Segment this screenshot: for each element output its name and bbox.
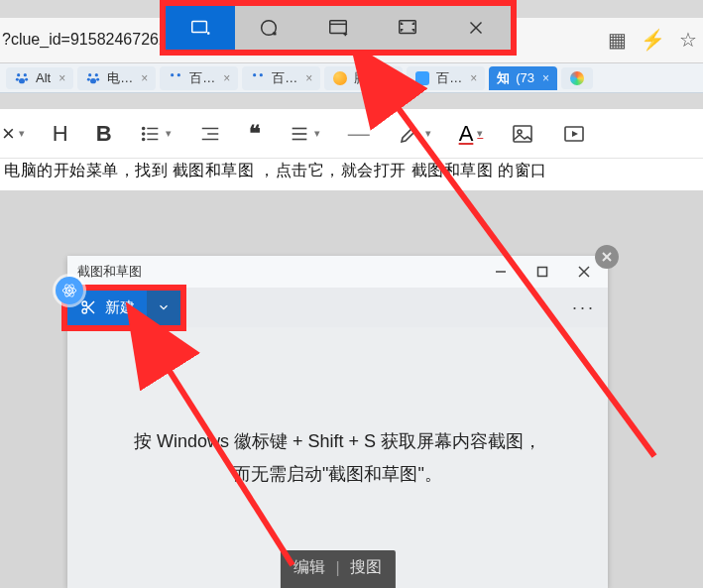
rectangle-snip-button[interactable]	[166, 6, 235, 50]
tab-close-icon[interactable]: ×	[223, 71, 230, 85]
tab-close-icon[interactable]: ×	[305, 71, 312, 85]
clear-format-button[interactable]: ×▾	[2, 121, 25, 147]
svg-point-25	[253, 73, 256, 76]
divider-button[interactable]: —	[348, 121, 370, 147]
maximize-button[interactable]	[523, 258, 562, 286]
tab-item[interactable]: 百… ×	[160, 66, 238, 90]
more-options-button[interactable]: ···	[572, 297, 596, 318]
tab-item[interactable]	[561, 67, 593, 89]
indent-button[interactable]	[199, 123, 221, 145]
new-snip-split-button[interactable]: 新建	[67, 291, 180, 325]
tab-item[interactable]: 电… ×	[77, 66, 156, 90]
tab-close-icon[interactable]: ×	[59, 71, 65, 85]
tab-item[interactable]: 知 (73 ×	[489, 66, 557, 90]
svg-point-24	[177, 73, 180, 76]
tip-text: 按 Windows 徽标键 + Shift + S 获取屏幕内容截图， 而无需启…	[134, 425, 541, 490]
tip-line-2: 而无需启动"截图和草图"。	[233, 464, 442, 484]
browser-extensions-area: ▦ ⚡ ☆	[608, 28, 697, 52]
window-title-bar[interactable]: 截图和草图	[67, 256, 608, 288]
url-fragment-text: ?clue_id=91582467262	[2, 31, 168, 49]
new-snip-label: 新建	[105, 298, 135, 317]
baidu-paw-icon	[85, 70, 101, 86]
list-button[interactable]: ▾	[140, 123, 172, 145]
svg-point-31	[142, 138, 144, 140]
tab-item[interactable]: 百… ×	[242, 66, 320, 90]
window-control-buttons	[481, 258, 604, 286]
svg-point-21	[96, 77, 99, 80]
text-color-button[interactable]: A▾	[459, 121, 484, 147]
tab-item[interactable]: 腾… ×	[324, 66, 403, 90]
tab-close-icon[interactable]: ×	[388, 71, 395, 85]
tab-label: 电…	[107, 69, 133, 87]
overlay-close-icon[interactable]	[595, 245, 619, 269]
baidu-paw-icon	[250, 70, 266, 86]
svg-point-16	[25, 77, 28, 80]
browser-tab-strip: Alt × 电… × 百… × 百… × 腾… × 百… × 知 (73 ×	[0, 63, 703, 93]
fullscreen-snip-button[interactable]	[373, 6, 442, 50]
svg-point-17	[19, 78, 25, 83]
tip-line-1: 按 Windows 徽标键 + Shift + S 获取屏幕内容截图，	[134, 431, 541, 451]
svg-point-26	[260, 73, 263, 76]
snip-and-sketch-window: 截图和草图 新建 ··· 按 Windows 徽标键	[67, 256, 608, 588]
favorite-star-icon[interactable]: ☆	[679, 28, 697, 52]
svg-point-40	[518, 130, 522, 134]
article-body-line: 电脑的开始菜单，找到 截图和草图 ，点击它，就会打开 截图和草图 的窗口	[0, 159, 703, 190]
snip-empty-state: 按 Windows 徽标键 + Shift + S 获取屏幕内容截图， 而无需启…	[67, 327, 608, 588]
freeform-snip-button[interactable]	[235, 6, 304, 50]
tab-label: (73	[516, 70, 534, 85]
rich-text-toolbar: ×▾ H B ▾ ❝ ▾ — ▾ A▾	[0, 109, 703, 159]
snip-mode-toolbar	[160, 0, 517, 56]
tab-label: Alt	[36, 70, 51, 85]
svg-point-52	[68, 289, 70, 291]
svg-point-20	[87, 77, 90, 80]
snip-command-bar: 新建 ···	[67, 288, 608, 327]
minimize-button[interactable]	[481, 258, 521, 286]
zhihu-label: 知	[497, 69, 510, 87]
tab-label: 百…	[272, 69, 297, 87]
search-image-action[interactable]: 搜图	[350, 557, 382, 578]
scissors-icon	[79, 298, 97, 316]
bold-button[interactable]: B	[96, 121, 112, 147]
generic-icon	[414, 70, 430, 86]
edit-search-pill: 编辑 | 搜图	[280, 550, 395, 588]
svg-point-14	[24, 73, 27, 76]
svg-rect-39	[514, 126, 531, 142]
tencent-icon	[332, 70, 348, 86]
svg-point-19	[95, 73, 98, 76]
svg-rect-46	[538, 268, 547, 277]
tab-close-icon[interactable]: ×	[141, 71, 148, 85]
tab-item[interactable]: Alt ×	[6, 67, 73, 89]
window-snip-button[interactable]	[303, 6, 373, 50]
tab-label: 百…	[189, 69, 215, 87]
svg-marker-42	[572, 131, 578, 137]
window-title: 截图和草图	[77, 263, 142, 281]
new-snip-dropdown[interactable]	[147, 291, 180, 325]
align-button[interactable]: ▾	[289, 123, 320, 145]
insert-image-button[interactable]	[511, 122, 534, 146]
svg-rect-0	[192, 22, 207, 33]
quote-button[interactable]: ❝	[249, 121, 261, 147]
tab-close-icon[interactable]: ×	[542, 71, 549, 85]
svg-point-15	[16, 77, 19, 80]
chevron-down-icon	[157, 300, 171, 314]
svg-point-22	[90, 78, 96, 83]
qr-icon[interactable]: ▦	[608, 28, 627, 52]
highlight-button[interactable]: ▾	[398, 122, 431, 146]
heading-button[interactable]: H	[53, 121, 68, 147]
baidu-paw-icon	[14, 70, 30, 86]
edit-action[interactable]: 编辑	[293, 557, 325, 578]
tab-label: 百…	[436, 69, 462, 87]
svg-point-13	[17, 73, 20, 76]
tab-close-icon[interactable]: ×	[470, 71, 477, 85]
baidu-paw-icon	[168, 70, 183, 86]
tab-label: 腾…	[354, 69, 380, 87]
atom-badge-icon	[56, 277, 83, 304]
close-snip-button[interactable]	[441, 6, 511, 50]
bolt-icon[interactable]: ⚡	[641, 28, 665, 52]
rainbow-icon	[569, 70, 585, 86]
svg-point-23	[171, 73, 174, 76]
svg-point-27	[142, 127, 144, 129]
tab-item[interactable]: 百… ×	[407, 66, 485, 90]
svg-rect-6	[330, 21, 347, 34]
insert-video-button[interactable]	[562, 122, 586, 146]
